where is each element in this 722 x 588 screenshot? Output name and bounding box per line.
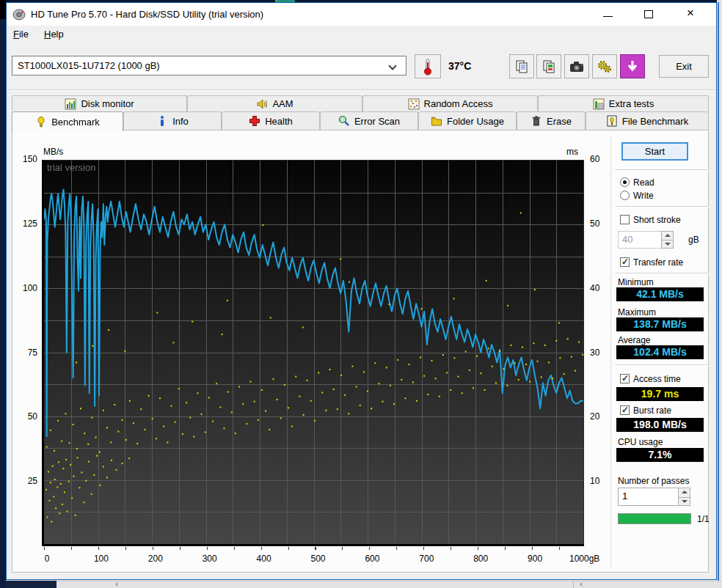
temperature-button[interactable] <box>415 54 441 78</box>
drive-select[interactable]: ST1000LX015-1U7172 (1000 gB) <box>12 56 406 76</box>
passes-label: Number of passes <box>618 476 689 486</box>
camera-icon <box>569 60 585 73</box>
right-axis-tick: 50 <box>590 218 599 229</box>
divider <box>573 581 574 588</box>
close-button[interactable]: × <box>685 6 696 21</box>
short-stroke-label: Short stroke <box>633 215 681 225</box>
progress-fill <box>619 514 690 523</box>
thermometer-icon <box>423 58 432 76</box>
x-axis-tick: 900 <box>515 554 555 564</box>
x-axis-tick: 600 <box>352 554 392 564</box>
download-arrow-icon <box>627 60 638 73</box>
menu-help[interactable]: Help <box>44 29 64 40</box>
access-time-label: Access time <box>633 374 681 384</box>
copy-text-icon <box>514 59 529 74</box>
maximize-icon <box>644 10 653 18</box>
transfer-rate-label: Transfer rate <box>633 257 683 268</box>
x-axis-tick: 500 <box>299 554 338 564</box>
copy-image-button[interactable] <box>536 54 561 78</box>
x-axis-tick: 700 <box>406 554 446 564</box>
tab-extra-tests[interactable]: Extra tests <box>538 95 709 111</box>
tab-error-scan[interactable]: Error Scan <box>320 111 418 130</box>
right-axis-tick: 40 <box>590 283 599 293</box>
random-access-icon <box>408 98 420 110</box>
progress-bar <box>618 513 691 524</box>
start-button[interactable]: Start <box>621 142 688 161</box>
burst-rate-value: 198.0 MB/s <box>616 418 704 432</box>
background-window-corner <box>6 581 56 588</box>
minimize-button[interactable] <box>597 9 619 21</box>
short-stroke-checkbox[interactable] <box>620 215 630 224</box>
spin-down-icon <box>662 240 673 248</box>
passes-input[interactable]: 1 <box>618 488 679 506</box>
spin-down-icon <box>679 497 690 506</box>
x-axis-ticks <box>44 547 586 550</box>
save-results-button[interactable] <box>620 54 645 78</box>
tab-label: AAM <box>272 98 293 109</box>
tab-info[interactable]: Info <box>123 111 222 130</box>
benchmark-plot: trial version <box>42 160 584 546</box>
x-axis-tick: 300 <box>190 554 230 564</box>
gb-unit-label: gB <box>688 235 699 245</box>
burst-rate-checkbox[interactable] <box>620 405 630 415</box>
tab-health[interactable]: Health <box>222 111 320 130</box>
trial-watermark: trial version <box>47 162 95 173</box>
passes-spinner[interactable] <box>678 488 690 506</box>
x-axis-tick: 200 <box>136 554 175 564</box>
short-stroke-value: 40 <box>622 234 632 245</box>
x-axis-tick: 100 <box>81 554 121 564</box>
menu-file[interactable]: File <box>13 29 29 40</box>
tab-file-benchmark[interactable]: File Benchmark <box>586 111 709 130</box>
tab-folder-usage[interactable]: Folder Usage <box>418 111 517 130</box>
short-stroke-input: 40 <box>618 231 662 249</box>
toolbar-separator <box>7 89 716 91</box>
left-axis-tick: 50 <box>12 411 37 422</box>
tab-label: Disk monitor <box>81 98 134 109</box>
tab-label: File Benchmark <box>622 116 688 127</box>
benchmark-canvas <box>44 161 583 544</box>
x-axis-tick: 0 <box>27 554 67 564</box>
access-time-checkbox[interactable] <box>620 374 630 383</box>
tab-label: Health <box>265 116 293 127</box>
error-scan-icon <box>338 115 350 127</box>
tab-aam[interactable]: AAM <box>187 95 362 111</box>
transfer-rate-checkbox[interactable] <box>620 257 630 267</box>
background-window-left-edge <box>0 0 6 588</box>
tab-erase[interactable]: Erase <box>517 111 586 130</box>
right-axis-tick: 60 <box>590 154 599 164</box>
write-radio[interactable] <box>620 191 630 200</box>
left-axis-tick: 125 <box>12 218 37 229</box>
scroll-left-arrow-icon[interactable]: ‹ <box>576 580 586 588</box>
minimum-value: 42.1 MB/s <box>616 287 704 301</box>
right-axis-tick: 30 <box>590 348 599 358</box>
spin-up-icon <box>679 488 690 497</box>
write-label: Write <box>633 191 654 201</box>
tab-label: Benchmark <box>51 117 100 128</box>
app-icon <box>12 8 26 21</box>
gears-icon <box>597 59 613 74</box>
copy-image-icon <box>542 59 556 74</box>
extra-tests-icon <box>593 98 605 110</box>
menu-bar <box>7 26 716 44</box>
read-label: Read <box>633 177 654 188</box>
copy-text-button[interactable] <box>509 54 534 78</box>
options-button[interactable] <box>592 54 617 78</box>
exit-button[interactable]: Exit <box>659 55 709 78</box>
tab-random-access[interactable]: Random Access <box>362 95 538 111</box>
tab-disk-monitor[interactable]: Disk monitor <box>12 95 187 111</box>
x-axis-tick: 1000gB <box>569 554 609 564</box>
tab-benchmark[interactable]: Benchmark <box>12 111 123 131</box>
window-title: HD Tune Pro 5.70 - Hard Disk/SSD Utility… <box>31 9 263 20</box>
left-axis-tick: 75 <box>12 348 37 358</box>
left-axis-tick: 25 <box>12 476 37 486</box>
benchmark-icon <box>35 116 47 128</box>
tab-label: Folder Usage <box>447 116 504 127</box>
right-axis-unit: ms <box>566 147 578 157</box>
tab-label: Random Access <box>424 98 493 109</box>
background-window-border <box>718 2 719 588</box>
health-icon <box>249 115 260 127</box>
spin-up-icon <box>662 232 673 240</box>
read-radio[interactable] <box>620 177 630 187</box>
screenshot-button[interactable] <box>564 54 589 78</box>
scroll-left-arrow-icon[interactable]: ‹ <box>112 580 122 588</box>
